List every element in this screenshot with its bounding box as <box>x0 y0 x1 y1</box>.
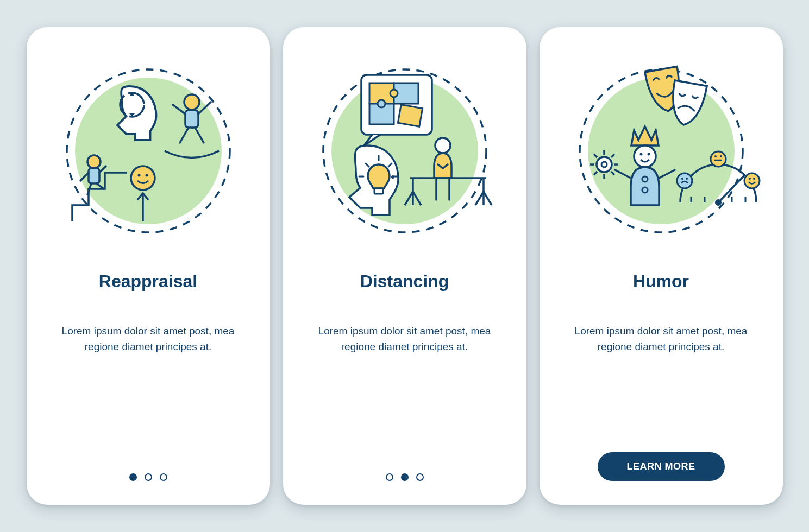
svg-point-24 <box>634 145 656 167</box>
screen-reappraisal: Reappraisal Lorem ipsum dolor sit amet p… <box>27 27 270 505</box>
svg-rect-16 <box>398 105 422 126</box>
distancing-illustration <box>302 53 508 249</box>
svg-rect-6 <box>89 168 99 183</box>
svg-rect-4 <box>185 110 198 128</box>
svg-point-18 <box>378 100 385 107</box>
screen-body: Lorem ipsum dolor sit amet post, mea reg… <box>307 323 503 355</box>
screen-footer <box>283 473 526 481</box>
svg-point-17 <box>390 90 398 97</box>
humor-illustration <box>558 53 764 249</box>
svg-point-29 <box>597 157 612 172</box>
svg-point-20 <box>391 175 394 179</box>
screen-title: Distancing <box>360 271 449 292</box>
svg-point-39 <box>749 178 751 180</box>
svg-point-38 <box>744 173 760 188</box>
svg-point-40 <box>753 178 755 180</box>
screen-footer <box>27 473 270 481</box>
screen-body: Lorem ipsum dolor sit amet post, mea reg… <box>563 323 759 355</box>
onboarding-row: Reappraisal Lorem ipsum dolor sit amet p… <box>27 27 783 505</box>
screen-footer: LEARN MORE <box>540 452 783 481</box>
svg-point-8 <box>137 174 140 177</box>
screen-humor: Humor Lorem ipsum dolor sit amet post, m… <box>540 27 783 505</box>
svg-point-33 <box>681 178 683 180</box>
svg-point-21 <box>435 138 450 153</box>
svg-point-34 <box>686 178 688 180</box>
screen-distancing: Distancing Lorem ipsum dolor sit amet po… <box>283 27 526 505</box>
pagination-dots <box>386 473 424 481</box>
svg-point-9 <box>145 174 148 177</box>
screen-title: Reappraisal <box>99 271 197 292</box>
svg-point-31 <box>715 199 722 206</box>
screen-body: Lorem ipsum dolor sit amet post, mea reg… <box>51 323 246 355</box>
dot-2[interactable] <box>145 473 152 481</box>
reappraisal-illustration <box>45 53 252 249</box>
pagination-dots <box>129 473 167 481</box>
dot-1[interactable] <box>386 473 393 481</box>
svg-point-37 <box>720 155 722 157</box>
svg-point-7 <box>131 166 155 190</box>
screen-title: Humor <box>633 271 689 292</box>
dot-3[interactable] <box>416 473 424 481</box>
svg-point-35 <box>711 151 726 167</box>
svg-point-36 <box>714 155 717 157</box>
svg-point-3 <box>184 94 199 110</box>
dot-1[interactable] <box>129 473 137 481</box>
learn-more-button[interactable]: LEARN MORE <box>598 452 725 481</box>
svg-point-25 <box>639 153 642 156</box>
svg-point-5 <box>87 155 101 168</box>
svg-rect-19 <box>374 188 383 194</box>
dot-2[interactable] <box>401 473 409 481</box>
dot-3[interactable] <box>160 473 167 481</box>
svg-point-26 <box>647 153 650 156</box>
